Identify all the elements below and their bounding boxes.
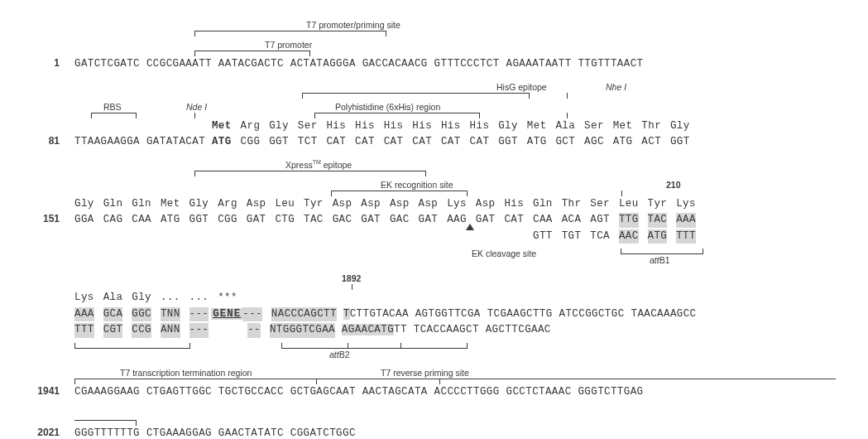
sequence-row-1941: CGAAAGGAAG CTGAGTTGGC TGCTGCCACC GCTGAGC… <box>74 385 843 400</box>
position-2021: 2021 <box>25 427 74 438</box>
gene-top-row: AAA GCA GGC TNN ---GENE--- NACCCAGCTT TC… <box>74 307 843 322</box>
label-ek-recog: EK recognition site <box>381 180 453 190</box>
position-1: 1 <box>25 57 74 69</box>
label-210: 210 <box>666 180 681 190</box>
complement-row-151: XXX XXX XXX XXX XXX XXX XXX XXX XXX XXX … <box>74 229 843 244</box>
label-nde1: Nde I <box>186 102 207 112</box>
aa-row-151: Gly Gln Gln Met Gly Arg Asp Leu Tyr Asp … <box>74 197 843 212</box>
label-polyhis: Polyhistidine (6xHis) region <box>335 102 440 112</box>
label-1892: 1892 <box>342 273 361 283</box>
aa-row-gene: Lys Ala Gly ... ... *** <box>74 291 843 306</box>
label-nhe1: Nhe I <box>606 82 626 92</box>
label-attb1: attB1 <box>650 255 670 265</box>
gene-bottom-row: TTT CGT CCG ANN ----- NTGGGTCGAA AGAACAT… <box>74 323 843 338</box>
label-ek-cleave: EK cleavage site <box>472 248 536 258</box>
label-hisg: HisG epitope <box>496 82 547 92</box>
label-attb2: attB2 <box>329 350 350 359</box>
label-rbs: RBS <box>103 102 122 112</box>
label-t7-promoter-priming: T7 promoter/priming site <box>306 20 400 30</box>
triangle-icon <box>466 224 474 230</box>
block-2021: 2021 GGGTTTTTTG CTGAAAGGAG GAACTATATC CG… <box>25 411 843 439</box>
label-t7-rev: T7 reverse priming site <box>381 368 469 378</box>
block-1941: T7 transcription termination region T7 r… <box>25 369 843 400</box>
position-1941: 1941 <box>25 385 74 397</box>
sequence-row-151: GGA CAG CAA ATG GGT CGG GAT CTG TAC GAC … <box>74 213 843 228</box>
aa-row-81: TTAAGAAGGA GATATACAT Met Arg Gly Ser His… <box>74 119 843 134</box>
sequence-row-2021: GGGTTTTTTG CTGAAAGGAG GAACTATATC CGGATCT… <box>74 427 843 439</box>
block-1: T7 promoter/priming site T7 promoter 1 G… <box>25 22 843 72</box>
sequence-row-1: GATCTCGATC CCGCGAAATT AATACGACTC ACTATAG… <box>74 57 843 72</box>
block-81: HisG epitope Nhe I RBS Nde I Polyhistidi… <box>25 84 843 150</box>
label-t7-term: T7 transcription termination region <box>120 368 252 378</box>
position-81: 81 <box>25 135 74 147</box>
position-151: 151 <box>25 213 74 224</box>
label-t7-promoter: T7 promoter <box>265 40 312 50</box>
block-151: XpressTM epitope EK recognition site 210… <box>25 162 843 264</box>
sequence-row-81: TTAAGAAGGA GATATACAT ATG CGG GGT TCT CAT… <box>74 135 843 150</box>
label-xpress: XpressTM epitope <box>285 159 352 170</box>
block-gene: 1892 Lys Ala Gly ... ... *** AAA GCA GGC… <box>25 275 843 358</box>
